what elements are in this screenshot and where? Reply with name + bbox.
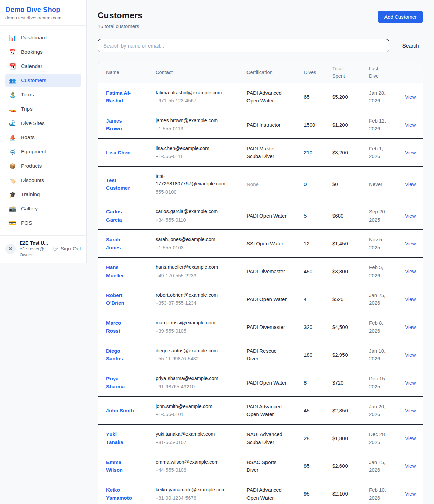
customer-certification: PADI Instructor <box>246 121 289 129</box>
add-customer-button[interactable]: Add Customer <box>378 11 423 23</box>
customer-last-dive: Jan 28, 2026 <box>369 89 391 105</box>
customer-phone: +39-555-0105 <box>156 327 236 335</box>
customer-name-link[interactable]: Yuki Tanaka <box>106 430 135 446</box>
sidebar-item-gallery[interactable]: 📸 Gallery <box>5 202 81 216</box>
sidebar-item-dive-sites[interactable]: 🌊 Dive Sites <box>5 116 81 130</box>
view-link[interactable]: View <box>405 94 416 100</box>
sidebar-item-discounts[interactable]: 🏷️ Discounts <box>5 173 81 187</box>
customer-name-link[interactable]: Hans Mueller <box>106 263 135 279</box>
sidebar-item-products[interactable]: 📦 Products <box>5 159 81 173</box>
customer-name-link[interactable]: Robert O'Brien <box>106 291 135 307</box>
customer-email: emma.wilson@example.com <box>156 458 228 466</box>
customer-email: test-1772681807767@example.com <box>156 172 228 188</box>
view-link[interactable]: View <box>405 181 416 187</box>
customer-name-link[interactable]: Lisa Chen <box>106 149 131 156</box>
view-link[interactable]: View <box>405 241 416 246</box>
customer-phone: +49-170-555-2233 <box>156 272 236 279</box>
col-contact: Contact <box>147 62 238 83</box>
customer-last-dive: Feb 10, 2026 <box>369 486 391 502</box>
customer-total-spent: $1,200 <box>324 111 361 138</box>
sidebar-item-pos[interactable]: 💳 POS <box>5 216 81 230</box>
sidebar-item-customers[interactable]: 👥 Customers <box>5 74 81 87</box>
customer-last-dive: Jan 10, 2026 <box>369 347 391 363</box>
customer-phone: +1-555-0101 <box>156 411 236 418</box>
sidebar-item-equipment[interactable]: 🤿 Equipment <box>5 145 81 158</box>
customer-name-link[interactable]: Diego Santos <box>106 347 135 363</box>
view-link[interactable]: View <box>405 352 416 358</box>
customer-certification: None <box>246 180 289 188</box>
view-link[interactable]: View <box>405 491 416 497</box>
search-input[interactable] <box>98 39 389 52</box>
customer-certification: PADI Advanced Open Water <box>246 89 289 105</box>
brand-name: Demo Dive Shop <box>5 6 81 14</box>
table-row: Fatima Al-Rashid fatima.alrashid@example… <box>98 83 423 111</box>
sidebar-item-calendar[interactable]: 📆 Calendar <box>5 59 81 73</box>
view-link[interactable]: View <box>405 435 416 441</box>
customer-certification: PADI Advanced Open Water <box>246 403 289 418</box>
customer-email: robert.obrien@example.com <box>156 291 228 299</box>
title-group: Customers 15 total customers <box>98 11 142 29</box>
page-title: Customers <box>98 11 142 20</box>
view-link[interactable]: View <box>405 213 416 219</box>
customer-email: hans.mueller@example.com <box>156 263 228 271</box>
col-certification: Certification <box>238 62 296 83</box>
view-link[interactable]: View <box>405 296 416 302</box>
user-meta: E2E Test U... e2e-tester@... Owner <box>20 240 48 257</box>
tours-icon: 🏝️ <box>9 92 16 98</box>
customer-name-link[interactable]: Carlos Garcia <box>106 208 135 224</box>
customer-dives: 0 <box>296 166 324 202</box>
sidebar-item-label: Customers <box>21 77 46 83</box>
customer-phone: +44-555-0108 <box>156 466 236 474</box>
table-row: Priya Sharma priya.sharma@example.com +9… <box>98 369 423 396</box>
customer-name-link[interactable]: Keiko Yamamoto <box>106 486 135 502</box>
sidebar-item-bookings[interactable]: 📅 Bookings <box>5 45 81 59</box>
sidebar-item-boats[interactable]: ⛵ Boats <box>5 131 81 144</box>
customer-last-dive: Feb 1, 2026 <box>369 145 391 161</box>
view-link[interactable]: View <box>405 408 416 413</box>
customer-email: diego.santos@example.com <box>156 347 228 354</box>
customer-name-link[interactable]: John Smith <box>106 407 134 414</box>
sign-out-button[interactable]: Sign Out <box>53 246 81 252</box>
customer-email: sarah.jones@example.com <box>156 236 228 243</box>
customer-name-link[interactable]: Test Customer <box>106 176 135 192</box>
customer-email: carlos.garcia@example.com <box>156 208 228 215</box>
customer-total-spent: $2,600 <box>324 452 361 480</box>
customer-phone: +91-98765-43210 <box>156 383 236 390</box>
sidebar: Demo Dive Shop demo.test.divestreams.com… <box>0 0 87 263</box>
sidebar-item-trips[interactable]: 🚤 Trips <box>5 102 81 116</box>
sidebar-item-label: Products <box>21 163 42 169</box>
customer-email: james.brown@example.com <box>156 117 228 124</box>
customer-certification: PADI Open Water <box>246 295 289 303</box>
view-link[interactable]: View <box>405 150 416 155</box>
sidebar-item-dashboard[interactable]: 📊 Dashboard <box>5 31 81 44</box>
customer-certification: PADI Divemaster <box>246 323 289 331</box>
view-link[interactable]: View <box>405 380 416 386</box>
customer-name-link[interactable]: Fatima Al-Rashid <box>106 89 135 105</box>
customer-last-dive: Jan 15, 2026 <box>369 458 391 474</box>
customer-certification: PADI Divemaster <box>246 267 289 275</box>
customer-name-link[interactable]: Priya Sharma <box>106 375 135 391</box>
customer-total-spent: $4,500 <box>324 313 361 341</box>
customer-name-link[interactable]: James Brown <box>106 117 135 133</box>
customer-certification: PADI Open Water <box>246 379 289 387</box>
sidebar-item-label: Dashboard <box>21 35 47 41</box>
dive-sites-icon: 🌊 <box>9 120 16 127</box>
view-link[interactable]: View <box>405 324 416 330</box>
view-link[interactable]: View <box>405 268 416 274</box>
customer-last-dive: Feb 5, 2026 <box>369 263 391 279</box>
sidebar-item-tours[interactable]: 🏝️ Tours <box>5 88 81 101</box>
sidebar-item-label: Discounts <box>21 177 44 183</box>
search-button[interactable]: Search <box>389 43 423 49</box>
customer-name-link[interactable]: Marco Rossi <box>106 319 135 335</box>
trips-icon: 🚤 <box>9 106 16 112</box>
customer-name-link[interactable]: Sarah Jones <box>106 236 135 251</box>
customer-dives: 320 <box>296 313 324 341</box>
col-actions <box>393 62 423 83</box>
customer-name-link[interactable]: Emma Wilson <box>106 458 135 474</box>
user-role: Owner <box>20 252 48 257</box>
person-icon <box>8 246 13 251</box>
view-link[interactable]: View <box>405 463 416 469</box>
sidebar-item-training[interactable]: 🎓 Training <box>5 188 81 201</box>
view-link[interactable]: View <box>405 122 416 128</box>
table-row: Emma Wilson emma.wilson@example.com +44-… <box>98 452 423 480</box>
